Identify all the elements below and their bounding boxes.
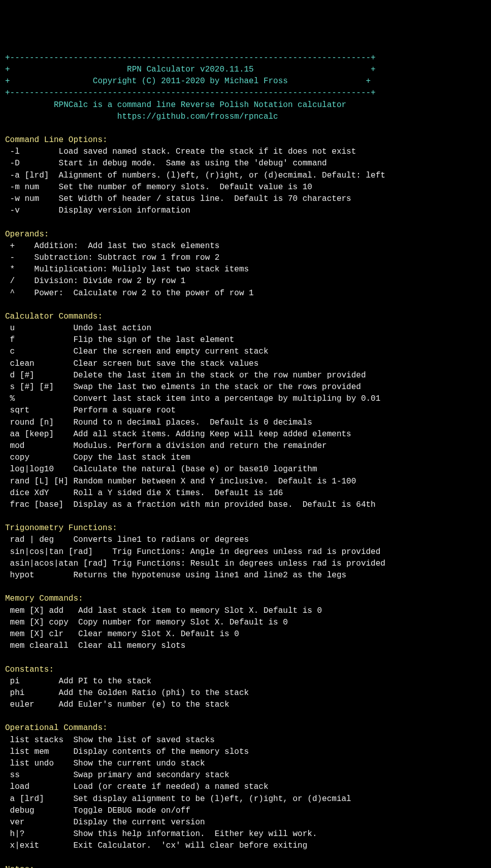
- trig-lines: rad | deg Converts line1 to radians or d…: [5, 535, 385, 580]
- header-copyright: + Copyright (C) 2011-2020 by Michael Fro…: [5, 77, 371, 86]
- operands-heading: Operands:: [5, 230, 49, 239]
- header-border-bottom: +---------------------------------------…: [5, 88, 376, 97]
- header-desc: RPNCalc is a command line Reverse Polish…: [5, 100, 346, 110]
- terminal-output: +---------------------------------------…: [5, 41, 486, 868]
- operational-heading: Operational Commands:: [5, 723, 108, 733]
- calc-lines: u Undo last action f Flip the sign of th…: [5, 324, 380, 509]
- calc-heading: Calculator Commands:: [5, 312, 103, 321]
- cmdline-heading: Command Line Options:: [5, 135, 108, 145]
- memory-heading: Memory Commands:: [5, 594, 83, 603]
- trig-heading: Trigonometry Functions:: [5, 524, 117, 533]
- header-url: https://github.com/frossm/rpncalc: [5, 112, 278, 121]
- operational-lines: list stacks Show the list of saved stack…: [5, 736, 351, 851]
- notes-heading: Notes:: [5, 865, 35, 868]
- header-title: + RPN Calculator v2020.11.15 +: [5, 65, 376, 74]
- operands-lines: + Addition: Add last two stack elements …: [5, 241, 254, 298]
- header-border-top: +---------------------------------------…: [5, 53, 376, 62]
- memory-lines: mem [X] add Add last stack item to memor…: [5, 606, 322, 651]
- constants-lines: pi Add PI to the stack phi Add the Golde…: [5, 677, 249, 709]
- constants-heading: Constants:: [5, 665, 54, 674]
- cmdline-lines: -l Load saved named stack. Create the st…: [5, 147, 385, 215]
